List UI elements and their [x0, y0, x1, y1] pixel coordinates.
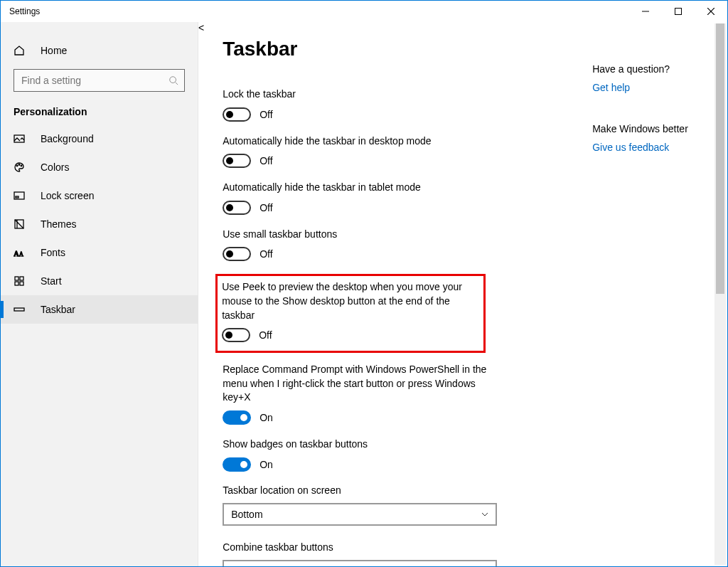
setting-powershell: Replace Command Prompt with Windows Powe… — [223, 363, 493, 425]
svg-point-8 — [18, 164, 20, 166]
scrollbar-thumb[interactable] — [716, 23, 724, 294]
setting-label: Use small taskbar buttons — [223, 228, 493, 242]
toggle-badges[interactable] — [223, 457, 251, 472]
titlebar: Settings — [1, 1, 727, 22]
sidebar-nav: Background Colors Lock screen Themes AA … — [1, 124, 198, 324]
right-column: Have a question? Get help Make Windows b… — [564, 38, 702, 566]
content-column: Taskbar Lock the taskbar Off Automatical… — [223, 38, 564, 566]
setting-label: Automatically hide the taskbar in deskto… — [223, 134, 493, 149]
sidebar-item-label: Themes — [41, 218, 77, 230]
toggle-small-buttons[interactable] — [223, 247, 251, 261]
setting-label: Show badges on taskbar buttons — [223, 438, 493, 452]
sidebar-home-label: Home — [41, 45, 67, 56]
svg-point-7 — [16, 165, 18, 166]
scrollbar[interactable] — [714, 23, 726, 565]
right-better-heading: Make Windows better — [592, 123, 702, 134]
setting-label: Lock the taskbar — [223, 88, 493, 102]
svg-rect-11 — [16, 196, 18, 198]
search-icon — [168, 75, 178, 85]
toggle-autohide-tablet[interactable] — [223, 201, 251, 215]
sidebar-item-taskbar[interactable]: Taskbar — [1, 295, 198, 324]
setting-badges: Show badges on taskbar buttons On — [223, 438, 493, 472]
palette-icon — [14, 161, 28, 173]
themes-icon — [14, 218, 28, 230]
toggle-state: Off — [259, 155, 272, 166]
svg-point-4 — [170, 77, 176, 83]
setting-autohide-tablet: Automatically hide the taskbar in tablet… — [223, 181, 493, 215]
sidebar-item-start[interactable]: Start — [1, 267, 198, 295]
toggle-lock-taskbar[interactable] — [223, 107, 251, 122]
sidebar-item-label: Colors — [41, 161, 69, 173]
setting-peek: Use Peek to preview the desktop when you… — [222, 280, 476, 342]
svg-rect-1 — [675, 9, 682, 15]
svg-text:A: A — [14, 249, 19, 258]
setting-lock-taskbar: Lock the taskbar Off — [223, 88, 493, 122]
sidebar-item-colors[interactable]: Colors — [1, 153, 198, 181]
sidebar-category: Personalization — [1, 92, 198, 124]
svg-rect-15 — [15, 277, 18, 280]
toggle-state: Off — [259, 248, 272, 260]
fonts-icon: AA — [14, 247, 28, 258]
sidebar-home[interactable]: Home — [1, 36, 198, 65]
setting-label: Use Peek to preview the desktop when you… — [222, 280, 476, 322]
toggle-autohide-desktop[interactable] — [223, 154, 251, 168]
setting-label: Taskbar location on screen — [223, 484, 564, 496]
home-icon — [14, 45, 28, 56]
sidebar-item-label: Lock screen — [41, 190, 94, 201]
sidebar: Home Personalization Background Colors — [1, 22, 198, 566]
setting-location: Taskbar location on screen Bottom — [223, 484, 564, 526]
lockscreen-icon — [14, 190, 28, 201]
setting-autohide-desktop: Automatically hide the taskbar in deskto… — [223, 134, 493, 169]
highlight-peek: Use Peek to preview the desktop when you… — [215, 274, 486, 353]
chevron-down-icon — [481, 511, 488, 518]
svg-point-9 — [21, 165, 22, 166]
toggle-state: On — [259, 412, 273, 423]
close-button[interactable] — [695, 1, 727, 22]
sidebar-item-label: Background — [41, 133, 94, 144]
setting-label: Combine taskbar buttons — [223, 541, 564, 553]
sidebar-item-label: Start — [41, 275, 62, 287]
dropdown-combine-buttons[interactable]: Always, hide labels — [223, 560, 497, 566]
toggle-peek[interactable] — [222, 328, 250, 342]
svg-rect-17 — [15, 282, 18, 285]
sidebar-item-label: Taskbar — [41, 304, 75, 315]
window-controls — [629, 1, 727, 22]
svg-rect-16 — [20, 277, 23, 280]
dropdown-taskbar-location[interactable]: Bottom — [223, 503, 497, 526]
sidebar-item-label: Fonts — [41, 247, 65, 258]
toggle-state: Off — [259, 109, 272, 120]
minimize-button[interactable] — [629, 1, 662, 22]
search-input[interactable] — [20, 74, 168, 87]
toggle-state: On — [259, 459, 273, 470]
setting-small-buttons: Use small taskbar buttons Off — [223, 228, 493, 262]
link-get-help[interactable]: Get help — [592, 82, 702, 93]
taskbar-icon — [14, 304, 28, 315]
dropdown-value: Bottom — [231, 509, 262, 520]
toggle-state: Off — [259, 329, 272, 341]
image-icon — [14, 133, 28, 144]
sidebar-item-lockscreen[interactable]: Lock screen — [1, 181, 198, 210]
window-title: Settings — [9, 6, 40, 16]
setting-label: Replace Command Prompt with Windows Powe… — [223, 363, 493, 405]
svg-text:A: A — [19, 251, 23, 258]
settings-window: Settings Home Personalization — [0, 0, 728, 567]
setting-label: Automatically hide the taskbar in tablet… — [223, 181, 493, 195]
search-box[interactable] — [14, 69, 185, 92]
sidebar-item-themes[interactable]: Themes — [1, 210, 198, 238]
start-icon — [14, 275, 28, 287]
sidebar-item-background[interactable]: Background — [1, 124, 198, 153]
maximize-button[interactable] — [662, 1, 695, 22]
right-question-heading: Have a question? — [592, 63, 702, 75]
svg-rect-19 — [14, 308, 24, 311]
main-area: Taskbar Lock the taskbar Off Automatical… — [204, 22, 727, 566]
toggle-powershell[interactable] — [223, 410, 251, 425]
svg-line-5 — [176, 83, 178, 85]
setting-combine: Combine taskbar buttons Always, hide lab… — [223, 541, 564, 566]
sidebar-item-fonts[interactable]: AA Fonts — [1, 238, 198, 267]
link-give-feedback[interactable]: Give us feedback — [592, 142, 702, 153]
page-title: Taskbar — [223, 38, 564, 60]
svg-rect-18 — [20, 282, 23, 285]
toggle-state: Off — [259, 202, 272, 213]
dropdown-value: Always, hide labels — [231, 566, 316, 566]
